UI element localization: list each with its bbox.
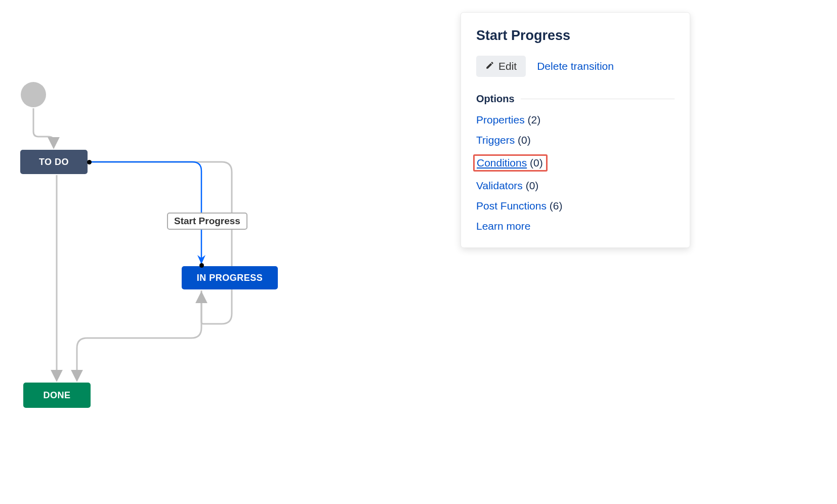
triggers-link[interactable]: Triggers [476, 134, 515, 146]
option-conditions: Conditions (0) [476, 154, 675, 172]
edit-button-label: Edit [498, 60, 517, 72]
options-heading-row: Options [476, 93, 675, 105]
delete-transition-link[interactable]: Delete transition [537, 60, 614, 72]
panel-actions: Edit Delete transition [476, 56, 675, 77]
conditions-count: (0) [530, 157, 543, 169]
learn-more-link[interactable]: Learn more [476, 220, 530, 232]
conditions-highlight: Conditions (0) [473, 154, 548, 172]
conditions-link[interactable]: Conditions [477, 157, 527, 169]
properties-link[interactable]: Properties [476, 114, 525, 125]
status-node-todo[interactable]: TO DO [20, 150, 88, 174]
status-label: DONE [43, 390, 70, 401]
pencil-icon [485, 60, 494, 72]
panel-title: Start Progress [476, 28, 675, 44]
workflow-wires [0, 0, 455, 504]
connection-dot [87, 160, 92, 164]
option-properties: Properties (2) [476, 114, 675, 126]
options-list: Properties (2) Triggers (0) Conditions (… [476, 114, 675, 232]
status-node-done[interactable]: DONE [23, 383, 91, 408]
workflow-start-node[interactable] [21, 82, 46, 107]
properties-count: (2) [528, 114, 541, 125]
transition-label-start-progress[interactable]: Start Progress [167, 213, 247, 230]
post-functions-count: (6) [550, 200, 563, 212]
triggers-count: (0) [518, 134, 531, 146]
transition-label-text: Start Progress [174, 216, 240, 226]
option-validators: Validators (0) [476, 180, 675, 192]
validators-link[interactable]: Validators [476, 180, 523, 191]
workflow-canvas[interactable]: TO DO IN PROGRESS DONE Start Progress [0, 0, 455, 504]
options-heading: Options [476, 93, 515, 105]
validators-count: (0) [526, 180, 539, 191]
option-learn-more: Learn more [476, 220, 675, 232]
status-label: IN PROGRESS [197, 273, 263, 283]
option-triggers: Triggers (0) [476, 134, 675, 146]
option-post-functions: Post Functions (6) [476, 200, 675, 212]
status-label: TO DO [39, 157, 69, 167]
divider [521, 99, 675, 99]
edit-button[interactable]: Edit [476, 56, 526, 77]
transition-details-panel: Start Progress Edit Delete transition Op… [461, 12, 690, 248]
status-node-in-progress[interactable]: IN PROGRESS [182, 266, 278, 289]
post-functions-link[interactable]: Post Functions [476, 200, 547, 212]
connection-dot [199, 263, 204, 268]
